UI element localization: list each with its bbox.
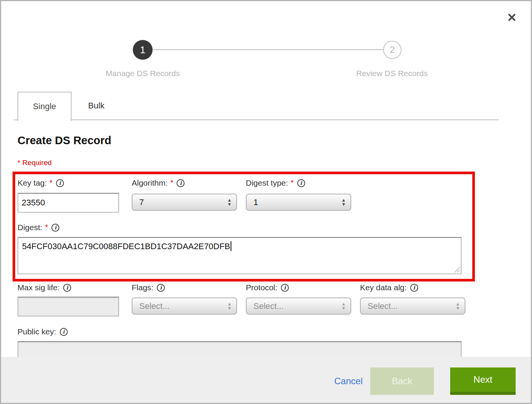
key-data-alg-select[interactable]: Select... ▲ ▼ [360,297,465,315]
key-data-alg-label-text: Key data alg: [360,283,407,292]
back-button[interactable]: Back [370,367,434,395]
info-icon[interactable]: i [51,224,59,232]
info-icon[interactable]: i [410,284,418,292]
required-marker: * [49,178,53,187]
step-2-circle: 2 [383,41,401,59]
required-marker: * [170,178,174,187]
flags-select-value: Select... [139,301,169,311]
key-tag-label: Key tag: * i [18,178,64,188]
algorithm-label-text: Algorithm: [132,178,168,188]
key-data-alg-label: Key data alg: i [360,283,418,292]
protocol-select[interactable]: Select... ▲ ▼ [246,297,351,315]
next-button[interactable]: Next [450,367,516,395]
algorithm-select[interactable]: 7 ▲ ▼ [132,194,237,211]
text-cursor [231,241,231,251]
digest-type-select[interactable]: 1 ▲ ▼ [246,194,351,211]
flags-label-text: Flags: [132,283,153,292]
digest-type-label: Digest type: * i [246,178,305,188]
key-data-alg-select-value: Select... [368,301,398,311]
tab-bar: Single Bulk [14,92,499,120]
cancel-link[interactable]: Cancel [334,376,363,387]
digest-label-text: Digest: [18,223,42,232]
select-arrows-icon: ▲ ▼ [227,302,232,310]
arrow-down-icon: ▼ [227,306,232,310]
flags-label: Flags: i [132,283,165,292]
page-title: Create DS Record [18,134,111,147]
info-icon[interactable]: i [297,179,305,187]
protocol-label: Protocol: i [246,283,289,292]
tab-single[interactable]: Single [18,92,72,121]
public-key-label-text: Public key: [18,327,56,336]
digest-value: 54FCF030AA1C79C0088FDEC1BD1C37DAA2E70DFB [22,242,230,251]
info-icon[interactable]: i [281,284,289,292]
select-arrows-icon: ▲ ▼ [227,198,232,207]
step-1-circle: 1 [133,40,153,60]
step-2-label: Review DS Records [342,69,442,78]
resize-handle-icon[interactable] [453,266,460,272]
select-arrows-icon: ▲ ▼ [341,198,346,207]
info-icon[interactable]: i [177,179,185,187]
digest-type-select-value: 1 [253,197,258,207]
required-marker: * [45,223,48,232]
key-tag-input[interactable] [18,193,119,213]
create-ds-record-dialog: ✕ 1 2 Manage DS Records Review DS Record… [0,0,532,404]
select-arrows-icon: ▲ ▼ [341,302,346,310]
tab-bulk[interactable]: Bulk [72,92,121,120]
digest-label: Digest: * i [18,223,59,232]
protocol-select-value: Select... [253,301,284,311]
arrow-down-icon: ▼ [227,202,232,207]
algorithm-select-value: 7 [139,197,144,207]
required-note: * Required [18,159,52,167]
public-key-textarea[interactable] [18,341,462,359]
step-1-label: Manage DS Records [92,69,193,78]
required-marker: * [291,178,294,187]
info-icon[interactable]: i [63,284,71,292]
protocol-label-text: Protocol: [246,283,277,292]
max-sig-life-label: Max sig life: i [18,283,71,292]
digest-type-label-text: Digest type: [246,178,288,188]
digest-textarea[interactable]: 54FCF030AA1C79C0088FDEC1BD1C37DAA2E70DFB [18,237,462,274]
public-key-label: Public key: i [18,327,68,336]
arrow-down-icon: ▼ [456,306,460,310]
max-sig-life-label-text: Max sig life: [18,283,60,292]
arrow-down-icon: ▼ [341,306,346,310]
select-arrows-icon: ▲ ▼ [456,302,460,310]
info-icon[interactable]: i [157,284,165,292]
info-icon[interactable]: i [60,328,68,336]
info-icon[interactable]: i [56,179,64,187]
close-icon[interactable]: ✕ [504,10,519,25]
flags-select[interactable]: Select... ▲ ▼ [132,297,237,315]
arrow-down-icon: ▼ [341,202,346,207]
max-sig-life-input[interactable] [18,297,119,317]
key-tag-label-text: Key tag: [18,178,47,188]
algorithm-label: Algorithm: * i [132,178,185,188]
dialog-footer: Cancel Back Next [1,357,531,403]
step-connector-line [153,49,384,50]
